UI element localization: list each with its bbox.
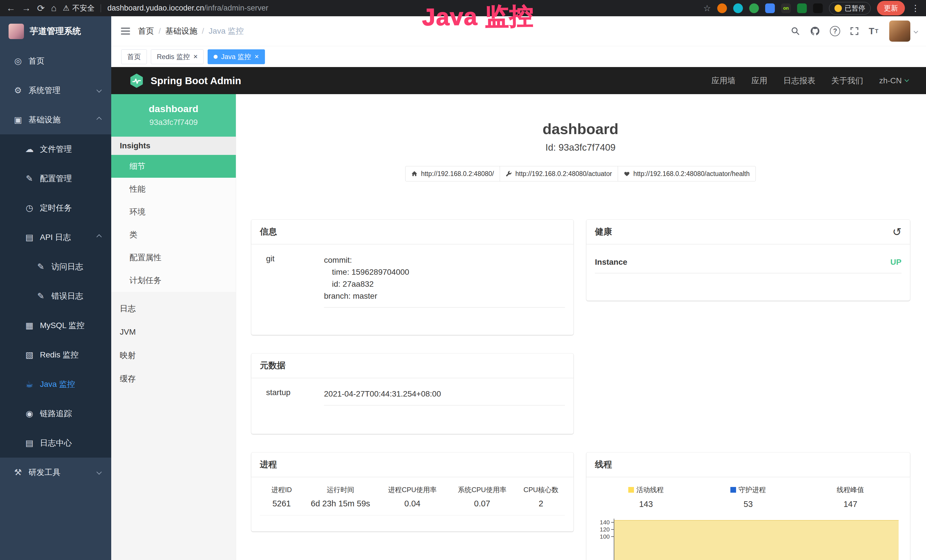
health-card: 健康 ↺ Instance UP (586, 219, 910, 301)
warning-icon: ⚠ (63, 4, 69, 12)
status-badge: UP (890, 257, 902, 267)
tab-java-monitor[interactable]: Java 监控 × (207, 49, 265, 64)
service-url-button[interactable]: http://192.168.0.2:48080/ (405, 166, 500, 182)
sidebar-item-api-logs[interactable]: ▤ API 日志 (0, 222, 111, 252)
extension-icon-2[interactable] (733, 3, 743, 13)
sidebar-item-access-logs[interactable]: ✎ 访问日志 (0, 252, 111, 281)
extension-icon-3[interactable] (749, 3, 759, 13)
sidebar-item-file-management[interactable]: ☁ 文件管理 (0, 135, 111, 164)
health-url-button[interactable]: http://192.168.0.2:48080/actuator/health (618, 166, 756, 182)
breadcrumb-infrastructure[interactable]: 基础设施 (165, 26, 197, 36)
emoji-face-icon (834, 5, 842, 12)
sidebar-item-java-monitor[interactable]: ☕ Java 监控 (0, 369, 111, 399)
sba-logo-icon (129, 73, 144, 88)
close-icon[interactable]: × (255, 52, 259, 61)
metadata-value: 2021-04-27T00:44:31.254+08:00 (324, 388, 565, 406)
process-table-values: 5261 6d 23h 15m 59s 0.04 0.07 2 (260, 499, 565, 516)
home-icon (411, 171, 418, 177)
extension-icon-1[interactable] (717, 3, 727, 13)
app-logo[interactable]: 芋道管理系统 (0, 16, 111, 46)
sidebar-item-redis-monitor[interactable]: ▧ Redis 监控 (0, 340, 111, 369)
sidebar-item-scheduled-tasks[interactable]: ◷ 定时任务 (0, 193, 111, 222)
help-icon[interactable]: ? (830, 26, 840, 36)
sidebar-item-jvm[interactable]: JVM (111, 320, 236, 344)
cards-grid: 信息 git commit: time: 1596289704000 id: 2… (251, 219, 910, 560)
gauge-icon: ◎ (11, 56, 24, 66)
extension-icon-4[interactable] (765, 3, 775, 13)
sidebar-toggle-icon[interactable] (121, 27, 130, 35)
user-menu-caret-icon[interactable] (914, 29, 918, 33)
sba-locale-select[interactable]: zh-CN (879, 76, 908, 85)
sba-brand[interactable]: Spring Boot Admin (129, 73, 241, 88)
sidebar-item-tracing[interactable]: ◉ 链路追踪 (0, 399, 111, 428)
github-icon[interactable] (810, 26, 820, 36)
address-bar[interactable]: dashboard.yudao.iocoder.cn/infra/admin-s… (107, 4, 697, 12)
update-button[interactable]: 更新 (877, 1, 905, 15)
breadcrumb: 首页 / 基础设施 / Java 监控 (138, 26, 244, 36)
url-host: dashboard.yudao.iocoder.cn (107, 4, 204, 12)
sba-nav-applications[interactable]: 应用 (752, 75, 767, 86)
sba-nav-journal[interactable]: 日志报表 (784, 75, 816, 86)
insight-item-performance[interactable]: 性能 (111, 178, 236, 201)
sba-nav-wallboard[interactable]: 应用墙 (711, 75, 735, 86)
logo-avatar (9, 24, 24, 39)
sba-nav-about[interactable]: 关于我们 (831, 75, 863, 86)
tab-home[interactable]: 首页 (121, 49, 147, 64)
history-icon[interactable]: ↺ (892, 227, 902, 238)
browser-home-button[interactable]: ⌂ (51, 3, 56, 14)
paused-badge[interactable]: 已暂停 (829, 2, 871, 15)
sidebar-item-dev-tools[interactable]: ⚒ 研发工具 (0, 458, 111, 487)
user-avatar[interactable] (889, 21, 910, 42)
sidebar-item-mysql-monitor[interactable]: ▦ MySQL 监控 (0, 311, 111, 340)
insight-item-details[interactable]: 细节 (111, 155, 236, 178)
close-icon[interactable]: × (194, 52, 198, 61)
sidebar-item-logs[interactable]: 日志 (111, 297, 236, 320)
insight-item-scheduled-tasks[interactable]: 计划任务 (111, 269, 236, 292)
sidebar-item-config-management[interactable]: ✎ 配置管理 (0, 164, 111, 193)
sidebar-item-infrastructure[interactable]: ▣ 基础设施 (0, 105, 111, 135)
browser-menu-icon[interactable]: ⋮ (911, 3, 920, 13)
sidebar-item-label: 文件管理 (40, 144, 72, 154)
font-size-icon[interactable]: TT (869, 26, 878, 36)
insight-item-environment[interactable]: 环境 (111, 201, 236, 223)
browser-back-button[interactable]: ← (6, 3, 15, 14)
sidebar-item-error-logs[interactable]: ✎ 错误日志 (0, 281, 111, 311)
sidebar-item-home[interactable]: ◎ 首页 (0, 46, 111, 76)
health-row[interactable]: Instance UP (595, 257, 902, 273)
extension-icon-7[interactable] (813, 3, 823, 13)
insight-item-classes[interactable]: 类 (111, 223, 236, 246)
insight-item-config-props[interactable]: 配置属性 (111, 246, 236, 269)
sidebar-item-label: 定时任务 (40, 203, 72, 213)
threads-chart: 140 120 100 (595, 519, 902, 560)
sidebar-item-label: 日志中心 (40, 437, 72, 448)
sidebar-item-mappings[interactable]: 映射 (111, 344, 236, 367)
cores-value: 2 (517, 499, 565, 509)
sidebar-menu: ◎ 首页 ⚙ 系统管理 ▣ 基础设施 ☁ 文件管理 ✎ 配置管理 ◷ 定时任务 … (0, 46, 111, 487)
sba-locale-label: zh-CN (879, 76, 902, 85)
fullscreen-icon[interactable] (850, 27, 859, 36)
breadcrumb-home[interactable]: 首页 (138, 26, 154, 36)
sidebar-group-insights[interactable]: Insights (111, 137, 236, 155)
sidebar-item-system[interactable]: ⚙ 系统管理 (0, 76, 111, 105)
chevron-down-icon (96, 469, 101, 474)
instance-header[interactable]: dashboard 93a3fc7f7409 (111, 94, 236, 137)
extension-icon-5[interactable]: on (781, 3, 791, 13)
chevron-up-icon (96, 117, 101, 122)
git-time-line: time: 1596289704000 (324, 266, 565, 278)
peak-threads-value: 147 (799, 499, 902, 509)
search-icon[interactable] (791, 26, 800, 36)
sidebar-item-log-center[interactable]: ▤ 日志中心 (0, 428, 111, 458)
actuator-url-button[interactable]: http://192.168.0.2:48080/actuator (500, 166, 618, 182)
col-uptime-label: 运行时间 (303, 485, 378, 494)
tab-redis-monitor[interactable]: Redis 监控 × (151, 49, 204, 64)
bookmark-star-icon[interactable]: ☆ (703, 3, 711, 13)
info-card-title: 信息 (260, 226, 277, 238)
chart-plot-area (614, 519, 902, 560)
sidebar-item-caches[interactable]: 缓存 (111, 367, 236, 390)
browser-refresh-button[interactable]: ⟳ (37, 3, 45, 14)
security-indicator[interactable]: ⚠ 不安全 (63, 3, 94, 13)
tab-bar: 首页 Redis 监控 × Java 监控 × (111, 46, 926, 67)
extension-icon-6[interactable] (797, 3, 807, 13)
instance-name: dashboard (117, 103, 230, 114)
browser-forward-button[interactable]: → (22, 3, 31, 14)
